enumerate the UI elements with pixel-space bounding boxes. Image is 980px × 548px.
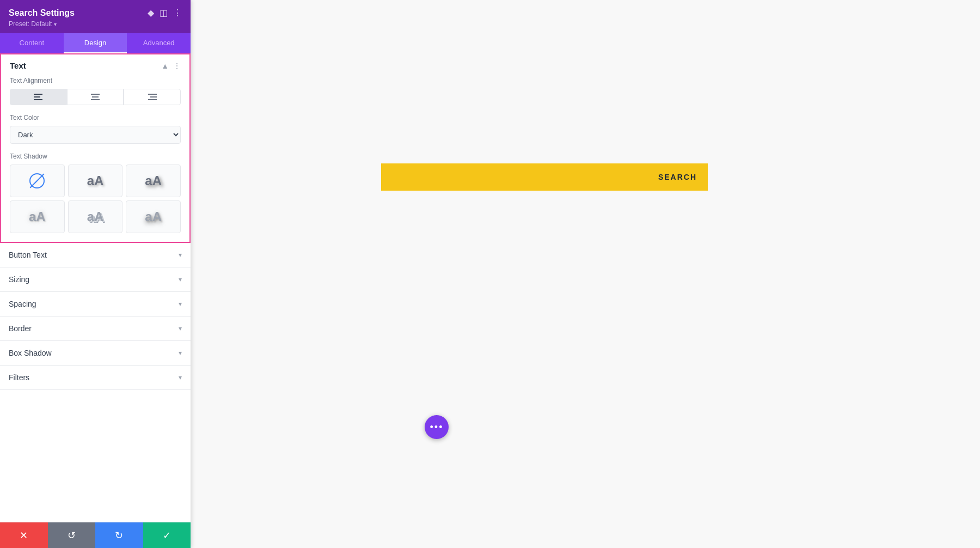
svg-rect-6	[148, 94, 157, 95]
columns-icon[interactable]: ◫	[160, 8, 168, 18]
svg-rect-7	[150, 96, 157, 98]
undo-button[interactable]: ↺	[48, 522, 96, 548]
tab-bar: Content Design Advanced	[0, 33, 191, 53]
sidebar: Search Settings ◆ ◫ ⋮ Preset: Default ▾ …	[0, 0, 191, 548]
search-bar-label: SEARCH	[658, 173, 697, 181]
preset-chevron: ▾	[54, 21, 57, 27]
button-text-chevron: ▾	[179, 251, 182, 259]
sidebar-header: Search Settings ◆ ◫ ⋮ Preset: Default ▾	[0, 0, 191, 33]
border-chevron: ▾	[179, 325, 182, 332]
text-alignment-label: Text Alignment	[10, 77, 181, 84]
spacing-title: Spacing	[9, 300, 36, 308]
text-color-field: Text Color Dark Light Custom	[10, 114, 181, 144]
text-shadow-label: Text Shadow	[10, 153, 181, 160]
shadow-4-option[interactable]: aA	[68, 200, 123, 233]
sidebar-header-icons: ◆ ◫ ⋮	[148, 8, 182, 18]
svg-rect-0	[34, 94, 42, 95]
shadow-text-4: aA	[87, 209, 104, 224]
box-shadow-title: Box Shadow	[9, 349, 52, 357]
filters-header[interactable]: Filters ▾	[0, 366, 191, 389]
svg-rect-3	[91, 94, 100, 95]
sizing-title: Sizing	[9, 275, 29, 284]
box-shadow-chevron: ▾	[179, 349, 182, 357]
floating-action-button[interactable]: •••	[425, 415, 449, 439]
box-shadow-header[interactable]: Box Shadow ▾	[0, 341, 191, 365]
spacing-section: Spacing ▾	[0, 292, 191, 316]
spacing-chevron: ▾	[179, 300, 182, 308]
text-section-title: Text	[10, 61, 26, 70]
bottom-bar: ✕ ↺ ↻ ✓	[0, 522, 191, 548]
svg-rect-8	[148, 99, 157, 100]
no-shadow-icon	[29, 173, 45, 188]
search-bar[interactable]: SEARCH	[381, 163, 708, 191]
svg-rect-2	[34, 99, 42, 100]
tab-design[interactable]: Design	[64, 33, 127, 53]
button-text-header[interactable]: Button Text ▾	[0, 243, 191, 267]
align-right-button[interactable]	[124, 89, 181, 105]
text-color-label: Text Color	[10, 114, 181, 121]
main-content: SEARCH •••	[191, 0, 980, 548]
shadow-text-3: aA	[29, 209, 46, 224]
align-center-button[interactable]	[67, 89, 124, 105]
filters-title: Filters	[9, 373, 29, 382]
sizing-header[interactable]: Sizing ▾	[0, 267, 191, 291]
text-section-body: Text Alignment	[1, 77, 189, 242]
shadow-options: aA aA aA aA aA	[10, 165, 181, 233]
tab-content[interactable]: Content	[0, 33, 64, 53]
svg-rect-5	[91, 99, 100, 100]
save-button[interactable]: ✓	[143, 522, 191, 548]
filters-chevron: ▾	[179, 374, 182, 381]
border-header[interactable]: Border ▾	[0, 316, 191, 340]
shadow-text-2: aA	[145, 173, 162, 188]
redo-button[interactable]: ↻	[95, 522, 143, 548]
shadow-text-1: aA	[87, 173, 104, 188]
shadow-1-option[interactable]: aA	[68, 165, 123, 197]
border-section: Border ▾	[0, 316, 191, 341]
tab-advanced[interactable]: Advanced	[127, 33, 191, 53]
svg-rect-1	[34, 96, 40, 98]
shadow-3-option[interactable]: aA	[10, 200, 65, 233]
box-shadow-section: Box Shadow ▾	[0, 341, 191, 366]
border-title: Border	[9, 324, 32, 333]
text-section: Text ▲ ⋮ Text Alignment	[0, 53, 191, 243]
preset-selector[interactable]: Preset: Default ▾	[9, 20, 182, 28]
text-color-select[interactable]: Dark Light Custom	[10, 126, 181, 144]
shadow-2-option[interactable]: aA	[126, 165, 181, 197]
floating-dots: •••	[430, 422, 444, 433]
spacing-header[interactable]: Spacing ▾	[0, 292, 191, 316]
cancel-button[interactable]: ✕	[0, 522, 48, 548]
alignment-buttons	[10, 89, 181, 105]
sizing-section: Sizing ▾	[0, 267, 191, 292]
filters-section: Filters ▾	[0, 366, 191, 390]
more-icon[interactable]: ⋮	[173, 8, 182, 18]
shadow-text-5: aA	[145, 209, 162, 224]
svg-rect-4	[92, 96, 99, 98]
align-left-button[interactable]	[10, 89, 67, 105]
text-section-controls: ▲ ⋮	[161, 62, 181, 70]
settings-icon[interactable]: ◆	[148, 8, 154, 18]
shadow-none-option[interactable]	[10, 165, 65, 197]
text-section-collapse-icon[interactable]: ▲	[161, 62, 169, 70]
button-text-section: Button Text ▾	[0, 243, 191, 267]
shadow-5-option[interactable]: aA	[126, 200, 181, 233]
sidebar-content: Text ▲ ⋮ Text Alignment	[0, 53, 191, 522]
sidebar-title: Search Settings	[9, 8, 75, 18]
text-section-header: Text ▲ ⋮	[1, 54, 189, 77]
text-section-menu-icon[interactable]: ⋮	[173, 62, 181, 70]
sizing-chevron: ▾	[179, 276, 182, 283]
button-text-title: Button Text	[9, 251, 47, 259]
